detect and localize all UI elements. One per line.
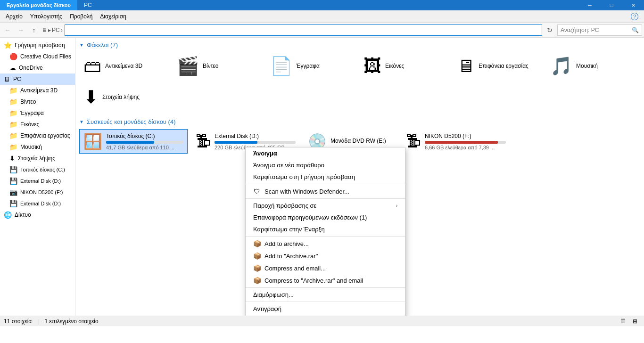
sidebar-label-video: Βίντεο [20, 98, 36, 105]
search-box[interactable]: 🔍 [557, 24, 642, 36]
devices-section-header[interactable]: ▼ Συσκευές και μονάδες δίσκου (4) [79, 118, 640, 125]
drive-c-bar-fill [106, 141, 154, 144]
rar-icon: 📦 [253, 252, 261, 260]
folder-3d-label: Αντικείμενα 3D [105, 63, 142, 69]
folder-documents-icon: 📁 [9, 109, 17, 117]
folder-desktop[interactable]: 🖥 Επιφάνεια εργασίας [453, 52, 542, 80]
drive-f-icon: 🗜 [406, 133, 421, 150]
list-view-button[interactable]: ☰ [618, 316, 628, 327]
folder-video[interactable]: 🎬 Βίντεο [173, 52, 262, 80]
help-button[interactable]: ? [631, 13, 638, 20]
sidebar-label-downloads: Στοιχεία λήψης [18, 155, 55, 162]
ctx-open-new-window[interactable]: Άνοιγμα σε νέο παράθυρο [246, 159, 405, 171]
ctx-give-access-label: Παροχή πρόσβασης σε [253, 202, 316, 209]
grid-view-button[interactable]: ⊞ [630, 316, 640, 327]
defender-icon: 🛡 [253, 188, 261, 195]
sidebar-item-pc[interactable]: 🖥 PC [0, 74, 75, 85]
ctx-give-access[interactable]: Παροχή πρόσβασης σε › [246, 200, 405, 212]
folder-video-label: Βίντεο [203, 63, 218, 69]
up-button[interactable]: ↑ [28, 24, 40, 36]
sidebar-item-downloads[interactable]: ⬇ Στοιχεία λήψης [0, 153, 75, 164]
drive-f[interactable]: 🗜 NIKON D5200 (F:) 6,66 GB ελεύθερα από … [402, 129, 510, 154]
drive-d-name: External Disk (D:) [215, 133, 296, 139]
minimize-button[interactable]: ─ [579, 0, 601, 10]
drive-c-bar-bg [106, 141, 183, 144]
sidebar-item-creative-cloud[interactable]: 🔴 Creative Cloud Files [0, 51, 75, 62]
sidebar-item-quick-access[interactable]: ⭐ Γρήγορη πρόσβαση [0, 40, 75, 51]
drive-c[interactable]: 🪟 Τοπικός δίσκος (C:) 41,7 GB ελεύθερα α… [79, 129, 188, 154]
sidebar-item-video[interactable]: 📁 Βίντεο [0, 96, 75, 107]
breadcrumb-separator: ▸ [48, 27, 51, 33]
close-button[interactable]: ✕ [622, 0, 644, 10]
folder-music[interactable]: 🎵 Μουσική [546, 52, 636, 80]
ctx-compress-archive-email[interactable]: 📦 Compress to "Archive.rar" and email [246, 274, 405, 286]
drive-d-icon: 🗜 [196, 133, 211, 150]
folder-video-icon: 🎬 [177, 56, 199, 76]
maximize-button[interactable]: □ [601, 0, 622, 10]
sidebar-label-music: Μουσική [20, 144, 42, 150]
ctx-format-label: Διαμόρφωση... [253, 291, 294, 298]
drive-c-name: Τοπικός δίσκος (C:) [106, 133, 183, 139]
sidebar-label-quick-access: Γρήγορη πρόσβαση [15, 42, 65, 49]
folder-video-icon: 📁 [9, 98, 17, 106]
folder-downloads-icon: ⬇ [83, 87, 99, 107]
ctx-copy[interactable]: Αντιγραφή [246, 303, 405, 315]
breadcrumb-pc-label: PC [52, 27, 60, 33]
folders-chevron: ▼ [79, 42, 84, 48]
ctx-pin-start-label: Καρφίτσωμα στην Έναρξη [253, 226, 325, 233]
ctx-pin-quick-access[interactable]: Καρφίτσωμα στη Γρήγορη πρόσβαση [246, 171, 405, 183]
ctx-pin-start[interactable]: Καρφίτσωμα στην Έναρξη [246, 223, 405, 235]
menu-file[interactable]: Αρχείο [2, 11, 26, 22]
sidebar-item-c-drive[interactable]: 💾 Τοπικός δίσκος (C:) [0, 164, 75, 175]
drive-f-name: NIKON D5200 (F:) [425, 133, 506, 139]
ctx-open[interactable]: Άνοιγμα [246, 147, 405, 159]
folder-documents[interactable]: 📄 Έγγραφα [266, 52, 355, 80]
ctx-scan-defender[interactable]: 🛡 Scan with Windows Defender... [246, 185, 405, 197]
forward-button[interactable]: → [15, 24, 26, 36]
status-selected: 1 επιλεγμένο στοιχείο [44, 318, 98, 325]
pc-icon: 🖥 [4, 75, 10, 83]
drive-dvd-info: Μονάδα DVD RW (E:) [330, 138, 394, 146]
ctx-open-label: Άνοιγμα [253, 150, 277, 157]
drive-d-bar-fill [215, 141, 257, 144]
folder-pictures[interactable]: 🖼 Εικόνες [359, 52, 449, 80]
folder-3d[interactable]: 🗃 Αντικείμενα 3D [79, 52, 169, 80]
sidebar-item-documents[interactable]: 📁 Έγγραφα [0, 107, 75, 119]
menu-manage[interactable]: Διαχείριση [96, 11, 130, 22]
ctx-add-archive[interactable]: 📦 Add to archive... [246, 237, 405, 250]
back-button[interactable]: ← [2, 24, 13, 36]
sidebar-item-network[interactable]: 🌐 Δίκτυο [0, 209, 75, 220]
drive-f-info: NIKON D5200 (F:) 6,66 GB ελεύθερα από 7,… [425, 133, 506, 150]
search-input[interactable] [561, 27, 630, 33]
sidebar-item-desktop[interactable]: 📁 Επιφάνεια εργασίας [0, 130, 75, 141]
onedrive-icon: ☁ [9, 64, 16, 72]
folder-downloads[interactable]: ⬇ Στοιχεία λήψης [79, 83, 169, 111]
sidebar-item-3d[interactable]: 📁 Αντικείμενα 3D [0, 85, 75, 96]
ext-disk-icon: 💾 [9, 200, 17, 207]
tab-manage[interactable]: Εργαλεία μονάδας δίσκου [0, 0, 77, 10]
folders-section-header[interactable]: ▼ Φάκελοι (7) [79, 41, 640, 49]
sidebar-item-pictures[interactable]: 📁 Εικόνες [0, 119, 75, 130]
sidebar-item-ext-disk[interactable]: 💾 External Disk (D:) [0, 198, 75, 209]
drive-f-icon: 📷 [9, 188, 17, 196]
address-input[interactable] [65, 24, 542, 36]
drive-f-bar-fill [425, 141, 498, 144]
sidebar-item-f-drive[interactable]: 📷 NIKON D5200 (F:) [0, 187, 75, 198]
ctx-restore-versions[interactable]: Επαναφορά προηγούμενων εκδόσεων (1) [246, 212, 405, 223]
menu-computer[interactable]: Υπολογιστής [26, 11, 66, 22]
sidebar-label-pc: PC [13, 76, 21, 82]
sidebar-label-d-drive: External Disk (D:) [20, 178, 61, 184]
tab-pc[interactable]: PC [77, 0, 99, 10]
sidebar-item-music[interactable]: 📁 Μουσική [0, 141, 75, 153]
menu-view[interactable]: Προβολή [66, 11, 96, 22]
drive-c-icon: 🪟 [83, 132, 102, 150]
sidebar-item-d-drive[interactable]: 💾 External Disk (D:) [0, 175, 75, 187]
refresh-button[interactable]: ↻ [544, 24, 555, 36]
sidebar-item-onedrive[interactable]: ☁ OneDrive [0, 62, 75, 74]
ctx-format[interactable]: Διαμόρφωση... [246, 289, 405, 301]
ctx-sep-4 [246, 287, 405, 288]
folder-documents-label: Έγγραφα [296, 63, 320, 69]
star-icon: ⭐ [4, 41, 12, 49]
ctx-compress-email[interactable]: 📦 Compress and email... [246, 262, 405, 274]
ctx-add-archive-rar[interactable]: 📦 Add to "Archive.rar" [246, 250, 405, 262]
